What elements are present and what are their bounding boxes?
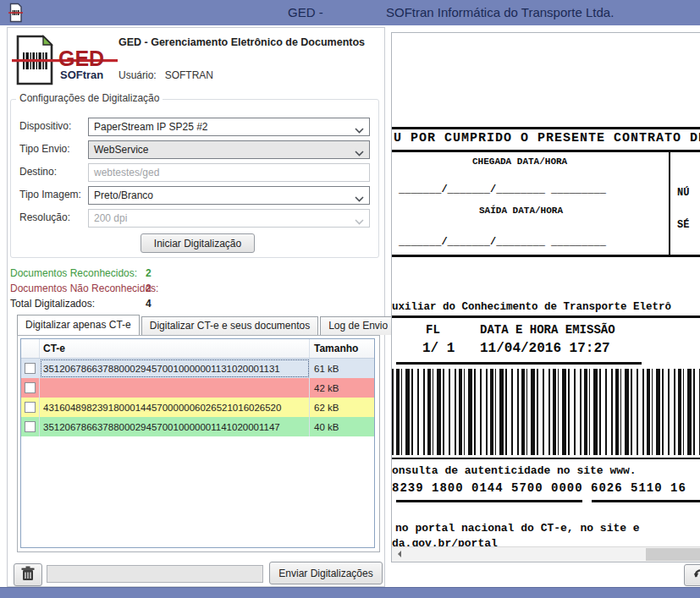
send-type-label: Tipo Envio:	[19, 143, 70, 155]
doc-auth-line: onsulta de autenticidade no site www.	[392, 464, 637, 477]
total-count: 4	[146, 298, 152, 310]
document-preview: U POR CUMPRIDO O PRESENTE CONTRATO DE CH…	[391, 32, 700, 562]
doc-dacte-line: uxiliar do Conhecimento de Transporte El…	[392, 301, 671, 313]
unrecognized-status: Documentos Não Reconhecidos: 2	[10, 283, 158, 294]
destination-field: webtestes/ged	[88, 163, 370, 182]
doc-serie-label: SÉ	[677, 219, 689, 231]
trash-icon	[21, 566, 35, 584]
unrecognized-count: 2	[146, 283, 152, 294]
logo-subtext: SOFtran	[60, 69, 103, 81]
device-label: Dispositivo:	[19, 120, 71, 132]
window-title-company: SOFtran Informática do Transporte Ltda.	[386, 5, 614, 19]
titlebar: GED - SOFtran Informática do Transporte …	[0, 0, 700, 25]
destination-value: webtestes/ged	[94, 167, 159, 178]
doc-rule	[396, 362, 642, 365]
chevron-down-icon	[355, 193, 364, 205]
file-size: 61 kB	[310, 359, 374, 378]
header-checkbox-col	[21, 339, 40, 358]
header-cte: CT-e	[40, 339, 310, 358]
device-value: PaperStream IP SP25 #2	[94, 121, 208, 133]
doc-rule	[392, 150, 700, 152]
doc-rule	[592, 500, 700, 502]
row-checkbox[interactable]	[25, 382, 36, 393]
chevron-down-icon	[355, 124, 364, 136]
doc-rule	[392, 255, 700, 257]
scan-settings-group: Configurações de Digitalização Dispositi…	[10, 99, 379, 258]
destination-label: Destino:	[19, 166, 57, 178]
doc-fl-header: FL	[426, 323, 440, 337]
recognized-label: Documentos Reconhecidos:	[10, 267, 137, 279]
recognized-status: Documentos Reconhecidos: 2	[10, 267, 137, 279]
doc-contract-line: U POR CUMPRIDO O PRESENTE CONTRATO DE	[394, 131, 700, 145]
row-checkbox[interactable]	[25, 363, 36, 374]
group-title: Configurações de Digitalização	[16, 92, 163, 104]
doc-saida-label: SAÍDA DATA/HORA	[479, 206, 563, 216]
start-scan-button[interactable]: Iniciar Digitalização	[141, 233, 255, 253]
scrollbar-thumb[interactable]	[646, 548, 700, 561]
image-type-select[interactable]: Preto/Branco	[88, 186, 370, 205]
barcode-image	[392, 369, 700, 455]
tab-strip: Digitalizar apenas CT-e Digitalizar CT-e…	[17, 316, 398, 335]
file-size: 62 kB	[310, 398, 374, 417]
doc-emissao-value: 11/04/2016 17:27	[480, 341, 610, 356]
table-row[interactable]: 3512067866378800029457001000000113102000…	[21, 359, 374, 378]
doc-chegada-label: CHEGADA DATA/HORA	[472, 156, 567, 167]
doc-saida-blanks: _______/_______/________ _________	[399, 236, 606, 248]
scroll-left-icon[interactable]	[392, 547, 406, 561]
doc-fl-value: 1/ 1	[422, 341, 455, 356]
tab-digitalizar-cte-documentos[interactable]: Digitalizar CT-e e seus documentos	[141, 316, 318, 335]
send-scans-button[interactable]: Enviar Digitalizações	[269, 562, 383, 584]
rotate-icon	[693, 568, 700, 583]
main-panel: GED SOFtran GED - Gerenciamento Eletrôni…	[7, 27, 385, 587]
doc-rule	[392, 127, 700, 129]
upload-progress-bar	[47, 565, 263, 583]
resolution-value: 200 dpi	[94, 212, 127, 224]
chevron-down-icon	[355, 216, 364, 228]
row-checkbox[interactable]	[25, 421, 36, 432]
cte-key	[40, 378, 310, 398]
cte-key: 3512067866378800029457001000000114102000…	[40, 417, 310, 436]
user-value: SOFTRAN	[165, 69, 213, 81]
table-row[interactable]: 4316048982391800014457000000602652101602…	[21, 398, 374, 417]
doc-rule	[392, 315, 700, 318]
tab-panel: CT-e Tamanho 351206786637880002945700100…	[17, 335, 380, 552]
window-bottom-edge	[0, 587, 700, 598]
doc-key-line: 8239 1800 0144 5700 0000 6026 5110 16	[392, 481, 686, 495]
table-header: CT-e Tamanho	[21, 339, 374, 359]
tab-digitalizar-cte[interactable]: Digitalizar apenas CT-e	[17, 315, 140, 335]
cte-key: 3512067866378800029457001000000113102000…	[40, 359, 310, 378]
user-line: Usuário:SOFTRAN	[119, 69, 213, 81]
doc-portal-line1: no portal nacional do CT-e, no site e	[395, 522, 640, 535]
doc-numero-label: NÚ	[677, 187, 689, 199]
user-label: Usuário:	[119, 69, 157, 81]
ged-logo: GED SOFtran	[12, 34, 118, 91]
table-row[interactable]: 3512067866378800029457001000000114102000…	[21, 417, 374, 436]
image-type-label: Tipo Imagem:	[19, 189, 81, 200]
total-status: Total Digitalizados: 4	[10, 298, 95, 310]
total-label: Total Digitalizados:	[10, 298, 95, 310]
row-checkbox[interactable]	[25, 402, 36, 413]
cte-table: CT-e Tamanho 351206786637880002945700100…	[20, 338, 375, 548]
send-type-value: WebService	[94, 144, 148, 156]
chevron-down-icon	[355, 147, 364, 159]
resolution-select: 200 dpi	[88, 209, 370, 228]
delete-button[interactable]	[14, 563, 42, 586]
file-size: 42 kB	[310, 378, 374, 398]
image-type-value: Preto/Branco	[94, 189, 153, 201]
unrecognized-label: Documentos Não Reconhecidos:	[10, 283, 158, 294]
send-type-select[interactable]: WebService	[88, 140, 370, 159]
tab-log-envio[interactable]: Log de Envio	[320, 316, 396, 335]
device-select[interactable]: PaperStream IP SP25 #2	[88, 118, 370, 136]
page-title: GED - Gerenciamento Eletrônico de Docume…	[119, 36, 365, 48]
doc-emissao-header: DATA E HORA EMISSÃO	[480, 323, 615, 337]
horizontal-scrollbar[interactable]	[392, 546, 700, 562]
doc-rule	[396, 500, 582, 502]
logo-text: GED	[58, 47, 104, 70]
doc-chegada-blanks: _______/_______/________ _________	[399, 184, 606, 195]
doc-divider	[669, 150, 670, 256]
cte-key: 4316048982391800014457000000602652101602…	[40, 398, 310, 417]
rotate-button[interactable]	[684, 564, 700, 586]
table-row[interactable]: 42 kB	[21, 378, 374, 398]
recognized-count: 2	[146, 267, 152, 279]
resolution-label: Resolução:	[19, 211, 70, 223]
